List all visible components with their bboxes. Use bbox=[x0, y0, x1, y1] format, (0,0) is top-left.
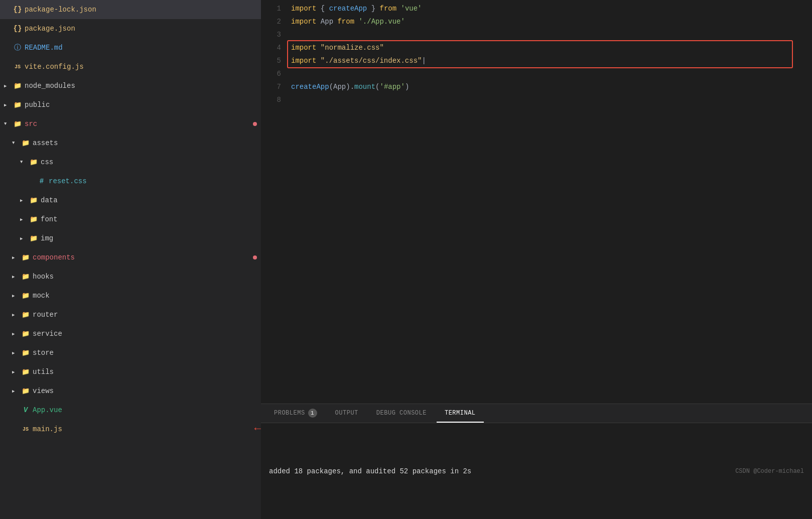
file-label: views bbox=[33, 387, 261, 395]
file-label: css bbox=[41, 158, 261, 166]
terminal-output: added 18 packages, and audited 52 packag… bbox=[269, 467, 471, 475]
code-line-6 bbox=[291, 67, 807, 80]
sidebar-item-assets[interactable]: ▼📁assets bbox=[0, 134, 261, 153]
file-label: font bbox=[41, 215, 261, 223]
sidebar-item-service[interactable]: ▶📁service bbox=[0, 324, 261, 343]
folder-icon: 📁 bbox=[21, 349, 30, 357]
file-label: img bbox=[41, 234, 261, 242]
code-line-4: import "normalize.css" bbox=[291, 41, 807, 54]
file-label: node_modules bbox=[25, 82, 261, 90]
file-label: hooks bbox=[33, 273, 261, 281]
js-icon: JS bbox=[13, 64, 22, 70]
expand-arrow-icon: ▼ bbox=[20, 160, 28, 165]
terminal-panel: PROBLEMS1OUTPUTDEBUG CONSOLETERMINAL add… bbox=[261, 404, 812, 519]
sidebar-item-views[interactable]: ▶📁views bbox=[0, 381, 261, 401]
expand-arrow-icon bbox=[4, 7, 12, 13]
sidebar-item-main-js[interactable]: JSmain.js← bbox=[0, 420, 261, 439]
expand-arrow-icon: ▶ bbox=[20, 236, 28, 241]
json-icon: {} bbox=[13, 6, 22, 14]
file-label: service bbox=[33, 330, 261, 338]
folder-icon: 📁 bbox=[21, 387, 30, 395]
json-icon: {} bbox=[13, 25, 22, 33]
line-numbers: 1 2 3 4 5 6 7 8 bbox=[261, 2, 286, 402]
expand-arrow-icon: ▶ bbox=[12, 255, 20, 261]
expand-arrow-icon bbox=[28, 179, 36, 184]
sidebar-item-app-vue[interactable]: VApp.vue bbox=[0, 401, 261, 420]
tab-label: TERMINAL bbox=[445, 410, 476, 417]
vue-icon: V bbox=[21, 406, 30, 414]
tab-label: OUTPUT bbox=[335, 410, 358, 417]
sidebar-item-router[interactable]: ▶📁router bbox=[0, 305, 261, 324]
expand-arrow-icon bbox=[12, 427, 20, 432]
folder-icon: 📁 bbox=[21, 292, 30, 300]
sidebar-item-data[interactable]: ▶📁data bbox=[0, 191, 261, 210]
file-label: reset.css bbox=[49, 177, 261, 185]
sidebar-item-node-modules[interactable]: ▶📁node_modules bbox=[0, 76, 261, 95]
pointer-arrow-icon: ← bbox=[254, 424, 261, 435]
file-label: package.json bbox=[25, 25, 261, 33]
expand-arrow-icon: ▶ bbox=[12, 293, 20, 299]
code-line-1: import { createApp } from 'vue' bbox=[291, 2, 807, 15]
file-label: mock bbox=[33, 292, 261, 300]
file-label: data bbox=[41, 196, 261, 204]
terminal-tab-problems[interactable]: PROBLEMS1 bbox=[266, 404, 325, 423]
code-line-2: import App from './App.vue' bbox=[291, 15, 807, 28]
sidebar-item-public[interactable]: ▶📁public bbox=[0, 95, 261, 114]
folder-icon: 📁 bbox=[29, 215, 38, 223]
sidebar-item-font[interactable]: ▶📁font bbox=[0, 210, 261, 229]
modified-dot bbox=[253, 122, 257, 126]
file-label: main.js bbox=[33, 425, 246, 433]
folder-icon: 📁 bbox=[21, 273, 30, 281]
sidebar-item-components[interactable]: ▶📁components bbox=[0, 248, 261, 267]
sidebar-item-hooks[interactable]: ▶📁hooks bbox=[0, 267, 261, 286]
expand-arrow-icon: ▶ bbox=[12, 388, 20, 394]
sidebar-item-src[interactable]: ▼📁src bbox=[0, 114, 261, 134]
sidebar-item-readme[interactable]: ⓘREADME.md bbox=[0, 38, 261, 57]
file-label: router bbox=[33, 311, 261, 319]
expand-arrow-icon: ▼ bbox=[12, 141, 20, 146]
code-editor: 1 2 3 4 5 6 7 8 import { createApp } fro… bbox=[261, 0, 812, 404]
expand-arrow-icon: ▶ bbox=[12, 369, 20, 375]
tab-label: PROBLEMS bbox=[274, 410, 305, 417]
tab-label: DEBUG CONSOLE bbox=[376, 410, 427, 417]
file-label: assets bbox=[33, 139, 261, 147]
expand-arrow-icon: ▶ bbox=[4, 102, 12, 108]
folder-icon: 📁 bbox=[13, 82, 22, 90]
file-label: src bbox=[25, 120, 253, 128]
expand-arrow-icon: ▶ bbox=[12, 350, 20, 356]
expand-arrow-icon: ▶ bbox=[20, 217, 28, 222]
sidebar-item-vite-config[interactable]: JSvite.config.js bbox=[0, 57, 261, 76]
sidebar-item-reset-css[interactable]: #reset.css bbox=[0, 172, 261, 191]
tab-badge: 1 bbox=[308, 409, 317, 418]
terminal-tab-terminal[interactable]: TERMINAL bbox=[437, 404, 484, 423]
expand-arrow-icon bbox=[12, 408, 20, 413]
folder-icon: 📁 bbox=[21, 311, 30, 319]
sidebar-item-package-lock[interactable]: {}package-lock.json bbox=[0, 0, 261, 19]
expand-arrow-icon bbox=[4, 45, 12, 51]
code-line-5: import "./assets/css/index.css"| bbox=[291, 54, 807, 67]
sidebar-item-css[interactable]: ▼📁css bbox=[0, 153, 261, 172]
sidebar-item-package-json[interactable]: {}package.json bbox=[0, 19, 261, 38]
folder-icon: 📁 bbox=[21, 139, 30, 147]
folder-icon: 📁 bbox=[29, 234, 38, 242]
file-label: store bbox=[33, 349, 261, 357]
terminal-credit: CSDN @Coder-michael bbox=[735, 468, 804, 475]
terminal-tab-output[interactable]: OUTPUT bbox=[327, 404, 366, 423]
code-line-8 bbox=[291, 93, 807, 106]
file-label: vite.config.js bbox=[25, 63, 261, 71]
modified-dot bbox=[253, 255, 257, 260]
expand-arrow-icon: ▶ bbox=[4, 83, 12, 89]
sidebar-item-utils[interactable]: ▶📁utils bbox=[0, 362, 261, 381]
css-icon: # bbox=[37, 177, 46, 185]
sidebar-item-img[interactable]: ▶📁img bbox=[0, 229, 261, 248]
sidebar-item-store[interactable]: ▶📁store bbox=[0, 343, 261, 362]
expand-arrow-icon bbox=[4, 26, 12, 32]
sidebar-item-mock[interactable]: ▶📁mock bbox=[0, 286, 261, 305]
folder-icon: 📁 bbox=[13, 120, 22, 128]
file-label: public bbox=[25, 101, 261, 109]
file-label: components bbox=[33, 253, 253, 262]
js-icon: JS bbox=[21, 427, 30, 432]
terminal-tab-debug-console[interactable]: DEBUG CONSOLE bbox=[368, 404, 435, 423]
expand-arrow-icon: ▼ bbox=[4, 121, 12, 126]
expand-arrow-icon: ▶ bbox=[12, 274, 20, 280]
